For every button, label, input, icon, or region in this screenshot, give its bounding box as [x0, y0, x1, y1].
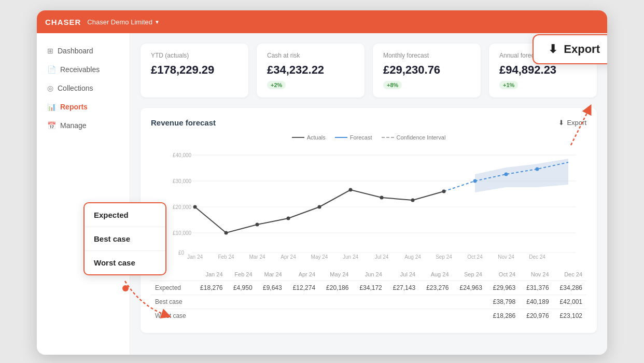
stat-value-cash-at-risk: £34,232.22	[267, 63, 354, 77]
svg-text:Mar 24: Mar 24	[249, 254, 265, 260]
dot-dec-forecast	[536, 167, 539, 171]
cell-expected-dec: £34,286	[553, 281, 586, 295]
dropdown-item-worst-case[interactable]: Worst case	[85, 251, 165, 274]
cell-expected-apr: £12,274	[286, 281, 319, 295]
table-header-row: Jan 24 Feb 24 Mar 24 Apr 24 May 24 Jun 2…	[151, 268, 586, 281]
legend-line-forecast	[335, 137, 347, 138]
cell-best-dec: £42,001	[553, 295, 586, 309]
dot-nov-forecast	[505, 173, 508, 176]
cell-best-oct: £38,798	[486, 295, 520, 309]
dot-sep	[442, 190, 446, 193]
export-button-large[interactable]: ⬇ Export	[533, 34, 607, 64]
svg-text:Dec 24: Dec 24	[529, 254, 545, 260]
sidebar-item-receivables[interactable]: 📄 Receivables	[37, 60, 130, 79]
svg-text:May 24: May 24	[311, 254, 328, 260]
th-aug: Aug 24	[419, 268, 453, 281]
cell-expected-jan: £18,276	[193, 281, 227, 295]
download-icon-small: ⬇	[558, 119, 564, 127]
th-oct: Oct 24	[486, 268, 520, 281]
app-logo: CHASER	[45, 18, 81, 26]
cell-expected-feb: £4,950	[227, 281, 257, 295]
data-table: Jan 24 Feb 24 Mar 24 Apr 24 May 24 Jun 2…	[151, 268, 586, 323]
table-row-expected: Expected £18,276 £4,950 £9,643 £12,274 £…	[151, 281, 586, 295]
dropdown-item-best-case[interactable]: Best case	[85, 227, 165, 251]
cell-worst-oct: £18,286	[486, 309, 520, 323]
legend-line-actuals	[292, 137, 304, 138]
dashboard-icon: ⊞	[47, 47, 53, 55]
svg-text:Jul 24: Jul 24	[375, 254, 389, 260]
stat-value-ytd: £178,229.29	[151, 63, 238, 77]
svg-text:£30,000: £30,000	[173, 178, 192, 184]
cell-best-nov: £40,189	[520, 295, 553, 309]
th-sep: Sep 24	[453, 268, 486, 281]
sidebar-item-manage[interactable]: 📅 Manage	[37, 116, 130, 135]
cell-expected-sep: £24,963	[453, 281, 486, 295]
legend-forecast: Forecast	[335, 134, 372, 141]
cell-worst-dec: £23,102	[553, 309, 586, 323]
th-jun: Jun 24	[353, 268, 386, 281]
receivables-icon: 📄	[47, 65, 56, 74]
svg-text:Aug 24: Aug 24	[404, 254, 421, 260]
legend-actuals: Actuals	[292, 134, 326, 141]
stat-card-monthly-forecast: Monthly forecast £29,230.76 +8%	[373, 44, 481, 97]
dot-aug	[411, 199, 415, 202]
company-selector[interactable]: Chaser Demo Limited ▼	[87, 18, 160, 26]
export-button-small[interactable]: ⬇ Export	[558, 119, 586, 127]
th-may: May 24	[319, 268, 353, 281]
chart-legend: Actuals Forecast Confidence Interval	[151, 134, 586, 141]
sidebar: ⊞ Dashboard 📄 Receivables ◎ Collections …	[37, 33, 130, 355]
cell-expected-mar: £9,643	[257, 281, 286, 295]
dropdown-item-expected[interactable]: Expected	[85, 203, 165, 227]
dot-oct-forecast	[473, 179, 477, 183]
th-apr: Apr 24	[286, 268, 319, 281]
dot-jul	[380, 196, 384, 200]
sidebar-item-reports[interactable]: 📊 Reports	[37, 97, 130, 116]
row-label-expected: Expected	[151, 281, 193, 295]
svg-text:Oct 24: Oct 24	[467, 254, 483, 260]
stat-value-monthly-forecast: £29,230.76	[383, 63, 470, 77]
cell-expected-may: £20,186	[319, 281, 353, 295]
stat-card-cash-at-risk: Cash at risk £34,232.22 +2%	[257, 44, 365, 97]
download-icon-large: ⬇	[548, 43, 557, 56]
stat-value-annual-forecast: £94,892.23	[499, 63, 586, 77]
actuals-line	[195, 190, 444, 233]
stat-badge-cash-at-risk: +2%	[267, 81, 286, 89]
svg-text:Jan 24: Jan 24	[187, 254, 203, 260]
sidebar-item-collections[interactable]: ◎ Collections	[37, 79, 130, 97]
sidebar-item-dashboard[interactable]: ⊞ Dashboard	[37, 41, 130, 60]
stat-badge-monthly-forecast: +8%	[383, 81, 402, 89]
svg-text:Jun 24: Jun 24	[343, 254, 358, 260]
sidebar-label-dashboard: Dashboard	[58, 47, 93, 55]
legend-line-confidence	[382, 137, 394, 138]
th-jan: Jan 24	[193, 268, 227, 281]
chart-title: Revenue forecast	[151, 118, 216, 127]
stat-label-cash-at-risk: Cash at risk	[267, 52, 354, 59]
main-layout: ⊞ Dashboard 📄 Receivables ◎ Collections …	[37, 33, 607, 355]
th-dec: Dec 24	[553, 268, 586, 281]
export-label-large: Export	[564, 43, 600, 56]
company-chevron-icon: ▼	[155, 19, 160, 25]
svg-text:Feb 24: Feb 24	[218, 254, 234, 260]
sidebar-label-reports: Reports	[60, 103, 88, 111]
row-label-best-case: Best case	[151, 295, 193, 309]
manage-icon: 📅	[47, 121, 56, 130]
revenue-chart: £40,000 £30,000 £20,000 £10,000 £0 Jan 2…	[151, 146, 586, 260]
legend-confidence: Confidence Interval	[382, 134, 446, 141]
svg-text:£20,000: £20,000	[173, 204, 192, 210]
dot-mar	[256, 223, 259, 227]
dot-may	[318, 205, 321, 209]
stats-row: YTD (actuals) £178,229.29 Cash at risk £…	[141, 44, 597, 97]
chart-svg-wrapper: £40,000 £30,000 £20,000 £10,000 £0 Jan 2…	[151, 146, 586, 262]
main-content: YTD (actuals) £178,229.29 Cash at risk £…	[130, 33, 607, 355]
sidebar-label-collections: Collections	[58, 84, 93, 92]
th-jul: Jul 24	[386, 268, 419, 281]
th-feb: Feb 24	[227, 268, 257, 281]
top-bar: CHASER Chaser Demo Limited ▼	[37, 10, 607, 33]
stat-card-ytd: YTD (actuals) £178,229.29	[141, 44, 248, 97]
sidebar-label-receivables: Receivables	[60, 65, 100, 74]
cell-expected-oct: £29,963	[486, 281, 520, 295]
collections-icon: ◎	[47, 84, 53, 92]
table-row-worst-case: Worst case £18,286 £20,976	[151, 309, 586, 323]
orange-dot-dropdown	[122, 285, 129, 291]
chart-header: Revenue forecast ⬇ Export	[151, 118, 586, 127]
